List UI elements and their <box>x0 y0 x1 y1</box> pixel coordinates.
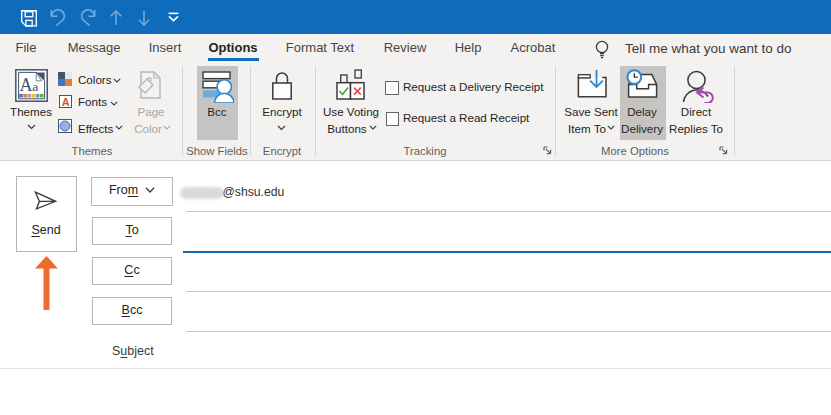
svg-text:A: A <box>62 96 70 108</box>
svg-text:a: a <box>32 79 38 94</box>
svg-text:A: A <box>19 75 32 95</box>
